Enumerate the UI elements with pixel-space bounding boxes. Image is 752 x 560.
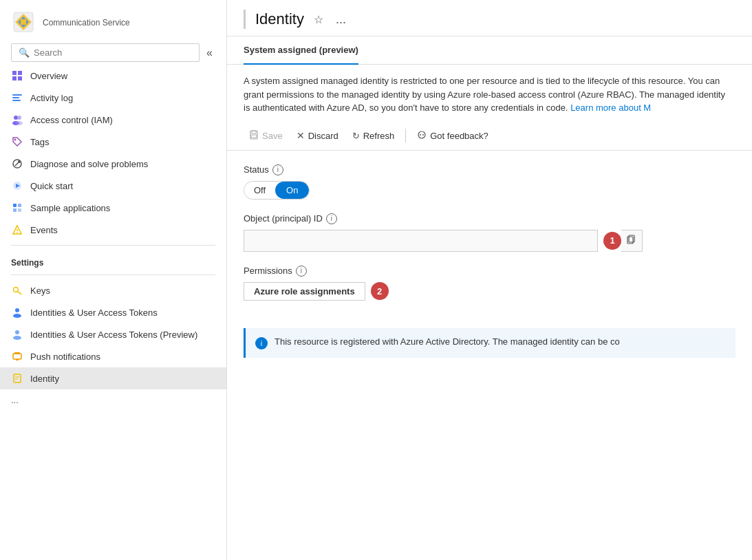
svg-point-28 <box>14 288 19 292</box>
svg-rect-24 <box>18 208 21 212</box>
sidebar-item-overview[interactable]: Overview <box>0 65 226 87</box>
discard-label: Discard <box>308 131 339 141</box>
feedback-button[interactable]: Got feedback? <box>411 127 494 144</box>
svg-rect-6 <box>12 76 17 80</box>
sidebar-item-label: Tags <box>30 137 49 147</box>
sidebar-item-label: Activity log <box>30 93 73 103</box>
toggle-on-option[interactable]: On <box>275 182 309 199</box>
sidebar-item-label: Keys <box>30 286 50 296</box>
step-2-circle: 2 <box>371 282 389 300</box>
sidebar-item-identities[interactable]: Identities & User Access Tokens <box>0 301 226 323</box>
overview-icon <box>11 69 23 82</box>
info-banner: i This resource is registered with Azure… <box>244 328 735 358</box>
copy-object-id-button[interactable] <box>621 230 643 252</box>
page-title: Identity <box>255 10 304 28</box>
quick-start-icon <box>11 180 23 192</box>
sidebar-item-diagnose[interactable]: Diagnose and solve problems <box>0 153 226 175</box>
sidebar-item-quick-start[interactable]: Quick start <box>0 175 226 197</box>
page-header: Identity ☆ ... <box>227 0 752 36</box>
object-id-field: 1 <box>244 230 643 252</box>
status-info-icon[interactable]: i <box>272 164 283 175</box>
permissions-row: Azure role assignments 2 <box>244 282 735 301</box>
svg-rect-37 <box>16 359 19 360</box>
svg-rect-35 <box>13 354 21 359</box>
status-toggle: Off On <box>244 181 735 200</box>
sidebar-item-events[interactable]: Events <box>0 219 226 241</box>
svg-point-14 <box>16 121 23 125</box>
search-input[interactable] <box>34 47 192 58</box>
push-notifications-icon <box>11 350 23 363</box>
search-icon: 🔍 <box>19 47 30 58</box>
save-icon <box>249 130 259 142</box>
sidebar-item-label: Push notifications <box>30 352 100 362</box>
learn-more-link[interactable]: Learn more about M <box>570 103 651 113</box>
identities-preview-icon <box>11 328 23 341</box>
feedback-icon <box>417 130 427 142</box>
copy-icon <box>627 235 636 246</box>
svg-rect-21 <box>13 204 17 207</box>
sidebar-item-access-control[interactable]: Access control (IAM) <box>0 109 226 131</box>
save-button[interactable]: Save <box>244 127 288 144</box>
info-banner-text: This resource is registered with Azure A… <box>275 336 620 347</box>
nav-divider <box>11 245 215 246</box>
object-id-input[interactable] <box>244 230 598 252</box>
sidebar-item-label: Overview <box>30 71 67 81</box>
toggle-off-option[interactable]: Off <box>244 182 275 199</box>
permissions-info-icon[interactable]: i <box>296 266 307 277</box>
refresh-label: Refresh <box>363 131 395 141</box>
search-row: 🔍 « <box>0 43 226 62</box>
object-id-info-icon[interactable]: i <box>326 213 337 224</box>
communication-service-icon <box>11 10 36 36</box>
sidebar-item-tags[interactable]: Tags <box>0 131 226 153</box>
sidebar-item-label: Diagnose and solve problems <box>30 159 148 169</box>
sidebar-item-keys[interactable]: Keys <box>0 279 226 301</box>
svg-point-46 <box>422 134 424 136</box>
sidebar-item-identities-preview[interactable]: Identities & User Access Tokens (Preview… <box>0 323 226 345</box>
sidebar-item-push-notifications[interactable]: Push notifications <box>0 345 226 367</box>
keys-icon <box>11 284 23 297</box>
header-divider <box>244 10 246 29</box>
svg-point-27 <box>17 232 18 233</box>
toggle-control[interactable]: Off On <box>244 181 310 200</box>
diagnose-icon <box>11 158 23 170</box>
svg-point-15 <box>14 139 17 141</box>
app-title: Communication Service <box>43 18 130 29</box>
sidebar-item-label: Access control (IAM) <box>30 115 113 125</box>
identities-icon <box>11 306 23 319</box>
identity-icon <box>11 372 23 385</box>
favorite-button[interactable]: ☆ <box>311 12 326 28</box>
activity-log-icon <box>11 91 23 104</box>
collapse-sidebar-button[interactable]: « <box>204 44 215 62</box>
access-control-icon <box>11 114 23 126</box>
svg-rect-7 <box>18 76 22 80</box>
sidebar-item-activity-log[interactable]: Activity log <box>0 87 226 109</box>
svg-point-33 <box>15 330 19 334</box>
discard-button[interactable]: ✕ Discard <box>291 127 344 144</box>
sidebar-item-sample-apps[interactable]: Sample applications <box>0 197 226 219</box>
azure-role-assignments-button[interactable]: Azure role assignments <box>244 282 365 301</box>
svg-point-34 <box>13 336 21 340</box>
svg-rect-22 <box>18 204 21 207</box>
sidebar-item-label: Sample applications <box>30 203 110 213</box>
events-icon <box>11 224 23 236</box>
refresh-icon: ↻ <box>352 131 360 141</box>
toolbar-separator <box>405 129 406 142</box>
tab-system-assigned[interactable]: System assigned (preview) <box>244 36 358 65</box>
svg-point-31 <box>15 308 19 312</box>
refresh-button[interactable]: ↻ Refresh <box>347 128 400 144</box>
description-text: A system assigned managed identity is re… <box>227 65 743 122</box>
sidebar: Communication Service 🔍 « Overview <box>0 0 227 560</box>
tags-icon <box>11 136 23 148</box>
main-content: Identity ☆ ... System assigned (preview)… <box>227 0 752 560</box>
svg-rect-42 <box>252 131 256 133</box>
svg-rect-5 <box>18 71 22 75</box>
search-box[interactable]: 🔍 <box>11 43 200 62</box>
settings-divider <box>11 274 215 275</box>
settings-section-label: Settings <box>0 250 226 270</box>
nav-section: Overview Activity log <box>0 65 226 241</box>
sidebar-item-identity[interactable]: Identity <box>0 367 226 389</box>
more-items: ... <box>0 389 226 411</box>
sidebar-item-label: Identities & User Access Tokens (Preview… <box>30 330 197 340</box>
svg-rect-9 <box>12 97 19 98</box>
more-options-button[interactable]: ... <box>333 11 349 28</box>
